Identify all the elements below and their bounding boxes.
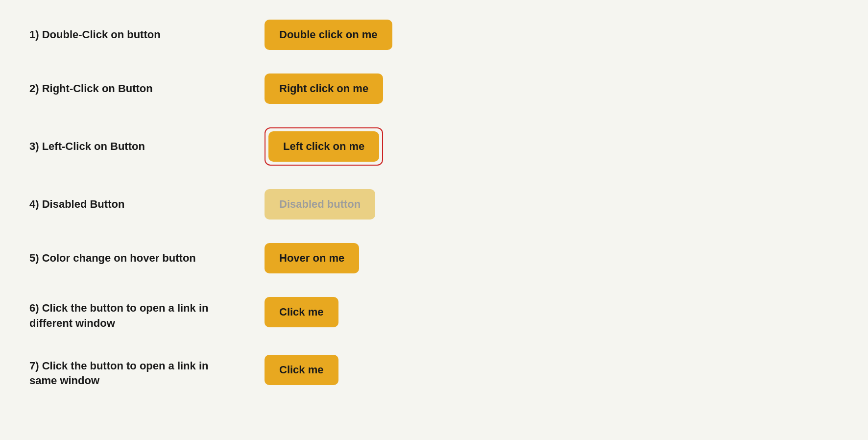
label-open-same: 7) Click the button to open a link in sa… bbox=[29, 355, 265, 389]
label-right-click: 2) Right-Click on Button bbox=[29, 81, 265, 97]
label-disabled: 4) Disabled Button bbox=[29, 197, 265, 212]
right-click-button[interactable]: Right click on me bbox=[265, 73, 383, 104]
left-click-highlight-wrapper: Left click on me bbox=[265, 127, 383, 166]
row-disabled: 4) Disabled Button Disabled button bbox=[29, 189, 839, 220]
row-open-same: 7) Click the button to open a link in sa… bbox=[29, 355, 839, 389]
label-open-diff: 6) Click the button to open a link in di… bbox=[29, 297, 265, 331]
row-right-click: 2) Right-Click on Button Right click on … bbox=[29, 73, 839, 104]
row-hover: 5) Color change on hover button Hover on… bbox=[29, 243, 839, 273]
row-left-click: 3) Left-Click on Button Left click on me bbox=[29, 127, 839, 166]
label-double-click: 1) Double-Click on button bbox=[29, 27, 265, 43]
double-click-button[interactable]: Double click on me bbox=[265, 20, 392, 50]
open-link-same-button[interactable]: Click me bbox=[265, 355, 338, 385]
row-open-diff: 6) Click the button to open a link in di… bbox=[29, 297, 839, 331]
hover-button[interactable]: Hover on me bbox=[265, 243, 359, 273]
label-hover: 5) Color change on hover button bbox=[29, 251, 265, 266]
label-left-click: 3) Left-Click on Button bbox=[29, 139, 265, 154]
disabled-button: Disabled button bbox=[265, 189, 375, 220]
open-link-diff-button[interactable]: Click me bbox=[265, 297, 338, 327]
row-double-click: 1) Double-Click on button Double click o… bbox=[29, 20, 839, 50]
left-click-button[interactable]: Left click on me bbox=[268, 131, 379, 162]
